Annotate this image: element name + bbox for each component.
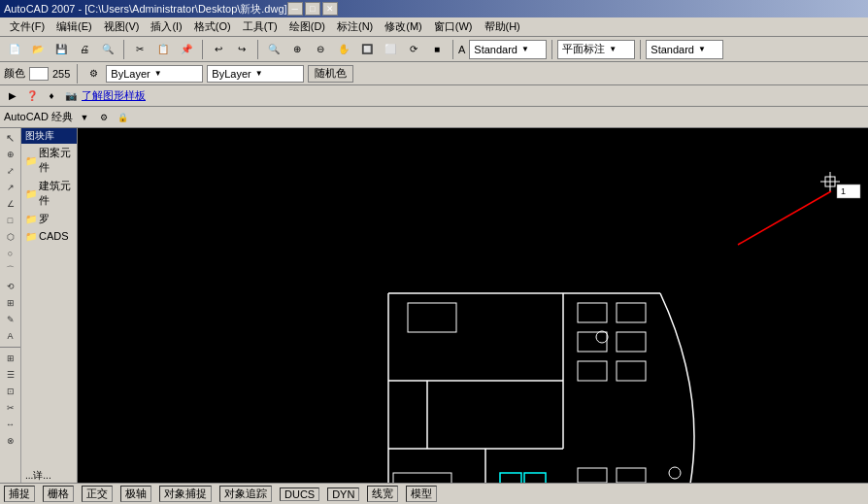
menu-tools[interactable]: 工具(T) (237, 17, 284, 36)
save-btn[interactable]: 💾 (50, 39, 72, 60)
tool7[interactable]: ⬡ (3, 229, 18, 245)
new-btn[interactable]: 📄 (4, 39, 25, 60)
menu-insert[interactable]: 插入(I) (145, 17, 187, 36)
dim-style-dropdown[interactable]: 平面标注 ▼ (557, 40, 635, 59)
menu-window[interactable]: 窗口(W) (428, 17, 479, 36)
panel-header[interactable]: 图块库 (21, 128, 77, 144)
sep6 (640, 40, 641, 59)
tool8[interactable]: ○ (3, 246, 18, 261)
redo-btn[interactable]: ↪ (231, 39, 252, 60)
print-preview-btn[interactable]: 🔍 (97, 39, 118, 60)
folder-icon-1: 📁 (25, 155, 37, 166)
tool15[interactable]: ☰ (3, 367, 18, 383)
title-bar-buttons: ─ □ ✕ (287, 2, 338, 16)
panel-spacer (21, 244, 77, 467)
zoom5-btn[interactable]: ⬜ (380, 39, 401, 60)
style-dropdown[interactable]: Standard ▼ (469, 40, 547, 59)
sep2 (202, 40, 203, 59)
regen-btn[interactable]: ⟳ (403, 39, 424, 60)
pick-tool[interactable]: ↖ (3, 130, 18, 146)
close-button[interactable]: ✕ (322, 2, 338, 16)
svg-rect-27 (578, 468, 607, 483)
tool16[interactable]: ⊡ (3, 384, 18, 399)
status-item-ortho[interactable]: 极轴 (120, 486, 151, 502)
status-item-otrack[interactable]: DUCS (280, 487, 319, 501)
tool18[interactable]: ↔ (3, 417, 18, 432)
left-toolbar: ↖ ⊕ ⤢ ↗ ∠ □ ⬡ ○ ⌒ ⟲ ⊞ ✎ A ⊞ ☰ ⊡ ✂ ↔ ⊗ (0, 128, 21, 485)
sep4 (452, 40, 453, 59)
menu-view[interactable]: 视图(V) (98, 17, 146, 36)
svg-point-9 (596, 331, 608, 343)
undo-btn[interactable]: ↩ (208, 39, 229, 60)
color-swatch[interactable] (29, 67, 49, 81)
status-item-osnap[interactable]: 对象追踪 (219, 486, 272, 502)
tool13[interactable]: A (3, 328, 18, 344)
prop-btn2[interactable]: ❓ (23, 87, 41, 105)
panel-item-3[interactable]: 📁 罗 (21, 210, 77, 228)
zoom3-btn[interactable]: ⊖ (310, 39, 331, 60)
tool12[interactable]: ✎ (3, 312, 18, 327)
status-item-ducs[interactable]: DYN (327, 487, 359, 501)
cad-svg: 1 (78, 128, 868, 485)
shaded-btn[interactable]: ■ (426, 39, 448, 60)
classic-arrow-btn[interactable]: ▼ (77, 110, 92, 125)
tool4[interactable]: ↗ (3, 180, 18, 195)
random-color-button[interactable]: 随机色 (308, 65, 353, 83)
panel-item-4[interactable]: 📁 CADS (21, 228, 77, 244)
maximize-button[interactable]: □ (305, 2, 320, 16)
menu-edit[interactable]: 编辑(E) (50, 17, 98, 36)
drawing-canvas[interactable]: 1 (78, 128, 868, 485)
pan-btn[interactable]: ✋ (333, 39, 354, 60)
minimize-button[interactable]: ─ (287, 2, 303, 16)
status-bar: 捕捉 栅格 正交 极轴 对象捕捉 对象追踪 DUCS DYN 线宽 模型 (0, 483, 868, 504)
paste-btn[interactable]: 📌 (176, 39, 197, 60)
status-item-coords[interactable]: 捕捉 (4, 486, 35, 502)
tool6[interactable]: □ (3, 213, 18, 228)
print-btn[interactable]: 🖨 (74, 39, 95, 60)
open-btn[interactable]: 📂 (27, 39, 49, 60)
zoom4-btn[interactable]: 🔲 (356, 39, 378, 60)
linetype-dropdown[interactable]: ByLayer ▼ (207, 65, 304, 83)
tool19[interactable]: ⊗ (3, 433, 18, 449)
menu-draw[interactable]: 绘图(D) (284, 17, 331, 36)
title-bar: AutoCAD 2007 - [C:\Users\Administrator\D… (0, 0, 868, 17)
prop-btn3[interactable]: ♦ (43, 87, 60, 105)
status-item-polar[interactable]: 对象捕捉 (159, 486, 212, 502)
tool3[interactable]: ⤢ (3, 163, 18, 179)
panel-item-1[interactable]: 📁 图案元件 (21, 144, 77, 177)
tool10[interactable]: ⟲ (3, 279, 18, 294)
status-item-snap[interactable]: 栅格 (43, 486, 74, 502)
table-style-dropdown[interactable]: Standard ▼ (646, 40, 723, 59)
status-item-dyn[interactable]: 线宽 (367, 486, 398, 502)
menu-modify[interactable]: 修改(M) (379, 17, 428, 36)
zoom-btn[interactable]: 🔍 (263, 39, 284, 60)
tool9[interactable]: ⌒ (3, 262, 18, 278)
tool5[interactable]: ∠ (3, 196, 18, 212)
menu-format[interactable]: 格式(O) (188, 17, 237, 36)
panel-item-2[interactable]: 📁 建筑元件 (21, 177, 77, 210)
prop-btn1[interactable]: ▶ (4, 87, 21, 105)
copy-btn[interactable]: 📋 (152, 39, 174, 60)
status-item-grid[interactable]: 正交 (82, 486, 113, 502)
layer-dropdown[interactable]: ByLayer ▼ (106, 65, 203, 83)
classic-settings-btn[interactable]: ⚙ (96, 110, 112, 125)
layer-props-btn[interactable]: ⚙ (84, 65, 102, 83)
svg-rect-12 (578, 332, 607, 352)
svg-rect-11 (617, 303, 646, 322)
prop-btn4[interactable]: 📷 (62, 87, 80, 105)
cut-btn[interactable]: ✂ (129, 39, 150, 60)
learn-label: 了解图形样板 (82, 88, 146, 103)
style-label: A (458, 44, 465, 55)
panel-item-label-4: CADS (39, 230, 69, 242)
zoom2-btn[interactable]: ⊕ (286, 39, 308, 60)
tool2[interactable]: ⊕ (3, 147, 18, 162)
panel-item-label-3: 罗 (39, 212, 50, 226)
menu-help[interactable]: 帮助(H) (479, 17, 526, 36)
menu-dim[interactable]: 标注(N) (331, 17, 379, 36)
tool11[interactable]: ⊞ (3, 295, 18, 311)
tool14[interactable]: ⊞ (3, 351, 18, 366)
menu-file[interactable]: 文件(F) (4, 17, 50, 36)
tool17[interactable]: ✂ (3, 400, 18, 416)
status-item-lw[interactable]: 模型 (406, 486, 437, 502)
classic-lock-btn[interactable]: 🔒 (116, 110, 131, 125)
